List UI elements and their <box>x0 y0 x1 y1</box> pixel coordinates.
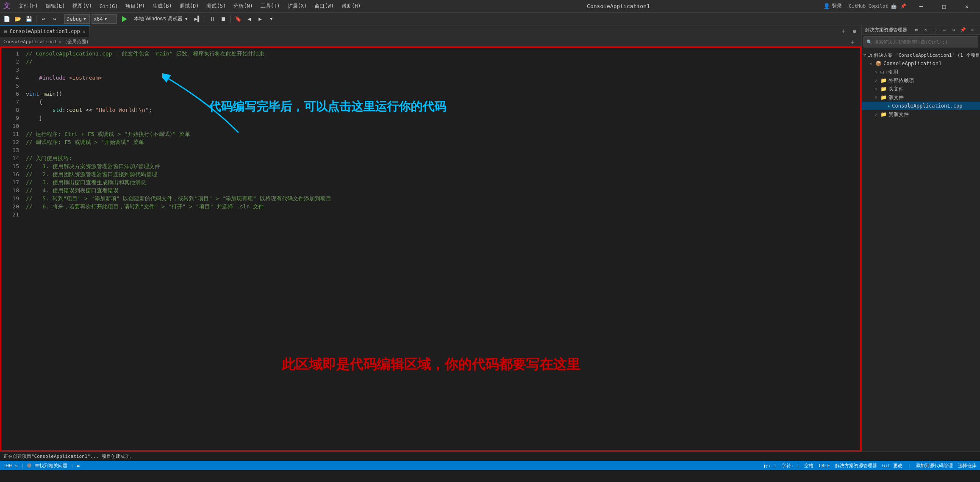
menu-extensions[interactable]: 扩展(X) <box>284 1 311 11</box>
pin-icon[interactable]: 📌 <box>899 3 908 10</box>
code-content[interactable]: // ConsoleApplication1.cpp : 此文件包含 "main… <box>22 48 860 450</box>
solution-explorer-status[interactable]: 解决方案资源管理器 <box>835 463 877 469</box>
project-label: ConsoleApplication1 <box>883 61 941 66</box>
git-changes[interactable]: Git 更改 <box>882 463 903 469</box>
menu-file[interactable]: 文件(F) <box>15 1 42 11</box>
tree-references[interactable]: ▷ ⊞□ 引用 <box>862 68 980 76</box>
debug-config-dropdown[interactable]: Debug ▼ <box>64 14 90 24</box>
se-collapse-btn[interactable]: ⊟ <box>931 26 939 34</box>
bookmark-next[interactable]: ▶ <box>255 14 265 24</box>
hdr-icon: 📁 <box>880 86 887 92</box>
ref-expand: ▷ <box>874 70 879 74</box>
app-title: ConsoleApplication1 <box>414 3 824 9</box>
issues-label[interactable]: 未找到相关问题 <box>35 463 67 469</box>
status-right: 行: 1 字符: 1 空格 CRLF 解决方案资源管理器 Git 更改 | 添加… <box>763 463 977 469</box>
attach-btn[interactable]: ▶▌ <box>192 14 203 24</box>
settings-tab-btn[interactable]: ⚙ <box>850 26 860 36</box>
se-settings-btn[interactable]: ⚙ <box>949 26 958 34</box>
app-icon: 文 <box>3 2 10 11</box>
format-icon[interactable]: ⇄ <box>77 463 80 468</box>
line-col: 行: 1 <box>763 463 777 469</box>
menu-test[interactable]: 测试(S) <box>203 1 229 11</box>
bookmark-prev[interactable]: ◀ <box>244 14 254 24</box>
file-tab-main[interactable]: ⊞ ConsoleApplication1.cpp ✕ <box>0 25 90 37</box>
menu-window[interactable]: 窗口(W) <box>311 1 337 11</box>
undo-btn[interactable]: ↩ <box>39 14 49 24</box>
menu-build[interactable]: 生成(B) <box>149 1 175 11</box>
stop-btn[interactable]: ⏹ <box>218 14 228 24</box>
menu-help[interactable]: 帮助(H) <box>338 1 364 11</box>
solution-tree: ▽ 🗂 解决方案 'ConsoleApplication1' (1 个项目，共 … <box>862 49 980 452</box>
menu-view[interactable]: 视图(V) <box>69 1 95 11</box>
line-numbers: 1234 5678 9101112 13141516 17181920 21 <box>1 48 22 450</box>
copilot-icon: 🤖 <box>891 3 897 9</box>
redo-btn[interactable]: ↪ <box>50 14 60 24</box>
tree-source-files[interactable]: ▽ 📁 源文件 <box>862 93 980 102</box>
close-button[interactable]: ✕ <box>957 0 977 13</box>
toolbar: 📄 📂 💾 ↩ ↪ Debug ▼ x64 ▼ 本地 Windows 调试器 ▼… <box>0 13 980 25</box>
github-copilot-label[interactable]: GitHub Copilot <box>849 3 888 9</box>
menu-edit[interactable]: 编辑(E) <box>42 1 69 11</box>
minimize-button[interactable]: ─ <box>911 0 931 13</box>
tree-solution[interactable]: ▽ 🗂 解决方案 'ConsoleApplication1' (1 个项目，共 … <box>862 51 980 59</box>
sep3 <box>205 15 205 23</box>
se-close-btn[interactable]: ✕ <box>968 26 977 34</box>
solution-expand-icon: ▽ <box>863 53 866 57</box>
ext-icon: 📁 <box>880 78 887 83</box>
run-button[interactable]: 本地 Windows 调试器 ▼ <box>131 14 191 24</box>
solution-explorer-title: 解决方案资源管理器 <box>865 27 907 33</box>
maximize-button[interactable]: □ <box>934 0 954 13</box>
login-label[interactable]: 登录 <box>832 3 842 10</box>
menu-debug[interactable]: 调试(D) <box>176 1 203 11</box>
output-bar: 正在创建项目"ConsoleApplication1"... 项目创建成功。 <box>0 452 980 461</box>
bookmark-btn[interactable]: 🔖 <box>233 14 243 24</box>
tree-external-deps[interactable]: ▷ 📁 外部依赖项 <box>862 76 980 85</box>
tree-project[interactable]: ▽ 📦 ConsoleApplication1 <box>862 59 980 68</box>
se-pin-btn[interactable]: 📌 <box>959 26 967 34</box>
zoom-level[interactable]: 100 % <box>3 463 17 468</box>
status-left: 100 % | 未找到相关问题 | ⇄ <box>3 463 760 469</box>
solution-explorer-header: 解决方案资源管理器 ⇄ ↻ ⊟ ≡ ⚙ 📌 ✕ <box>862 25 980 35</box>
line-ending[interactable]: CRLF <box>819 463 830 468</box>
select-repo[interactable]: 选择仓库 <box>958 463 977 469</box>
se-sync-btn[interactable]: ⇄ <box>912 26 921 34</box>
solution-label: 解决方案 'ConsoleApplication1' (1 个项目，共 1 个) <box>874 52 980 58</box>
new-file-btn[interactable]: 📄 <box>2 14 12 24</box>
tree-resource-files[interactable]: ▷ 📁 资源文件 <box>862 110 980 119</box>
tree-header-files[interactable]: ▷ 📁 头文件 <box>862 85 980 93</box>
pause-btn[interactable]: ⏸ <box>207 14 217 24</box>
menu-analyze[interactable]: 分析(N) <box>230 1 256 11</box>
nav-expand-btn[interactable]: + <box>848 37 858 47</box>
add-source-control[interactable]: 添加到源代码管理 <box>916 463 953 469</box>
error-circle-icon <box>27 463 31 468</box>
menu-tools[interactable]: 工具(T) <box>257 1 283 11</box>
se-search-placeholder: 搜索解决方案资源管理器(Ctrl+;) <box>874 39 948 45</box>
open-file-btn[interactable]: 📂 <box>13 14 23 24</box>
res-icon: 📁 <box>880 111 887 117</box>
run-dropdown-arrow: ▼ <box>184 17 188 21</box>
platform-dropdown[interactable]: x64 ▼ <box>92 14 117 24</box>
editor-container: ⊞ ConsoleApplication1.cpp ✕ + ⚙ ConsoleA… <box>0 25 861 452</box>
search-icon: 🔍 <box>866 39 872 45</box>
status-sep1: | <box>21 463 24 468</box>
platform-label: x64 <box>94 16 103 22</box>
indent-label: 空格 <box>804 463 813 469</box>
hdr-expand: ▷ <box>874 87 879 91</box>
new-tab-btn[interactable]: + <box>838 26 849 36</box>
menu-bar: 文件(F) 编辑(E) 视图(V) Git(G) 项目(P) 生成(B) 调试(… <box>15 1 364 11</box>
code-editor[interactable]: 1234 5678 9101112 13141516 17181920 21 /… <box>0 47 861 452</box>
nav-project: ConsoleApplication1 <box>3 39 57 44</box>
bookmark-menu[interactable]: ▼ <box>266 14 276 24</box>
se-refresh-btn[interactable]: ↻ <box>922 26 930 34</box>
save-btn[interactable]: 💾 <box>24 14 34 24</box>
char-pos: 字符: 1 <box>782 463 800 469</box>
src-icon: 📁 <box>880 94 887 100</box>
tree-cpp-file[interactable]: ✦ ConsoleApplication1.cpp <box>862 102 980 110</box>
se-filter-btn[interactable]: ≡ <box>940 26 949 34</box>
se-search-box[interactable]: 🔍 搜索解决方案资源管理器(Ctrl+;) <box>863 36 978 47</box>
menu-git[interactable]: Git(G) <box>96 2 121 11</box>
tab-close-btn[interactable]: ✕ <box>83 29 86 34</box>
menu-project[interactable]: 项目(P) <box>122 1 148 11</box>
status-sep2: | <box>71 463 74 468</box>
solution-explorer-panel: 解决方案资源管理器 ⇄ ↻ ⊟ ≡ ⚙ 📌 ✕ 🔍 搜索解决方案资源管理器(Ct… <box>861 25 980 452</box>
